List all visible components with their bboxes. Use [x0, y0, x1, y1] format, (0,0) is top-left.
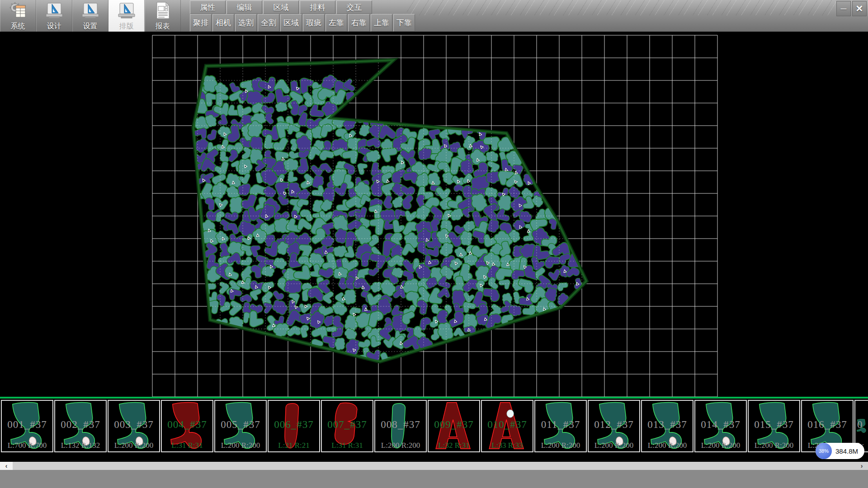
app-button-2[interactable]: 设计 [36, 0, 72, 32]
piece-shape [749, 401, 799, 451]
menu-tab-1[interactable]: 属性 [190, 0, 226, 14]
memory-value: 384.8M [835, 447, 858, 455]
minimize-button[interactable]: ─ [836, 1, 851, 16]
app-button-label: 设置 [83, 22, 98, 31]
tool-button-8[interactable]: 右靠 [348, 14, 370, 32]
piece-thumbnail-8[interactable]: 008_#37 L:200 R:200 [374, 400, 427, 452]
piece-shape [375, 401, 426, 451]
piece-thumbnail-6[interactable]: 006_#37 L:21 R:21 [268, 400, 320, 452]
settings-ruler-icon [81, 0, 99, 21]
design-ruler-icon [45, 0, 63, 21]
app-button-3[interactable]: 设置 [72, 0, 108, 32]
nesting-canvas[interactable] [0, 32, 868, 397]
piece-shape [322, 401, 373, 451]
tool-button-6[interactable]: 瑕疵 [303, 14, 325, 32]
tool-button-2[interactable]: 相机 [212, 14, 234, 32]
horizontal-scrollbar[interactable]: ‹ › [0, 462, 868, 470]
toolbar-texture [407, 0, 836, 15]
piece-thumbnail-5[interactable]: 005_#37 L:200 R:200 [214, 400, 267, 452]
piece-shape [482, 401, 533, 451]
main-toolbar: 系统 设计 设置 排版 [0, 0, 868, 32]
piece-thumbnail-11[interactable]: 011_#37 L:200 R:200 [534, 400, 587, 452]
menu-tab-4[interactable]: 排料 [300, 0, 335, 14]
scroll-left-button[interactable]: ‹ [0, 462, 13, 470]
app-button-5[interactable]: 报表 [145, 0, 181, 32]
menu-tab-3[interactable]: 区域 [263, 0, 299, 14]
menu-tab-5[interactable]: 交互 [336, 0, 372, 14]
piece-thumbnail-3[interactable]: 003_#37 L:200 R:200 [108, 400, 160, 452]
piece-shape [695, 401, 746, 451]
piece-shape [108, 401, 159, 451]
piece-thumbnail-12[interactable]: 012_#37 L:200 R:200 [588, 400, 640, 452]
tool-button-1[interactable]: 聚排 [190, 14, 212, 32]
piece-thumbnail-14[interactable]: 014_#37 L:200 R:200 [694, 400, 747, 452]
tool-button-5[interactable]: 区域 [280, 14, 302, 32]
nesting-drawing [0, 32, 868, 397]
tool-buttons: 聚排相机选割全割区域瑕疵左靠右靠上靠下靠 [190, 14, 415, 31]
tool-button-7[interactable]: 左靠 [326, 14, 347, 32]
tool-button-10[interactable]: 下靠 [393, 14, 415, 32]
close-button[interactable]: ✕ [852, 1, 867, 16]
piece-thumbnail-7[interactable]: 007_#37 L:31 R:31 [321, 400, 373, 452]
system-gear-icon [9, 0, 27, 21]
piece-shape [215, 401, 266, 451]
piece-thumbnail-4[interactable]: 004_#37 L:31 R:31 [161, 400, 213, 452]
app-button-label: 排版 [119, 22, 134, 31]
piece-thumbnail-2[interactable]: 002_#37 L:132 R:132 [54, 400, 107, 452]
status-bar [0, 470, 868, 488]
piece-thumbnail-9[interactable]: 009_#37 L:32 R:31 [428, 400, 480, 452]
piece-shape [162, 401, 212, 451]
app-button-label: 报表 [156, 22, 170, 31]
app-button-label: 设计 [47, 22, 61, 31]
tool-button-9[interactable]: 上靠 [371, 14, 392, 32]
piece-shape [2, 401, 52, 451]
app-button-label: 系统 [11, 22, 25, 31]
piece-thumbnail-15[interactable]: 015_#37 L:200 R:200 [748, 400, 800, 452]
piece-shape [55, 401, 106, 451]
piece-shape [269, 401, 319, 451]
app-button-4[interactable]: 排版 [108, 0, 145, 32]
progress-circle: 38% [816, 443, 832, 459]
tool-button-4[interactable]: 全割 [258, 14, 279, 32]
menu-tabs: 属性编辑区域排料交互 [190, 0, 372, 14]
piece-thumbnail-13[interactable]: 013_#37 L:200 R:200 [641, 400, 693, 452]
piece-shape [535, 401, 586, 451]
piece-shape [642, 401, 693, 451]
piece-shape [589, 401, 639, 451]
piece-shape [429, 401, 479, 451]
nesting-ruler-icon [118, 0, 136, 21]
report-doc-icon [154, 0, 172, 21]
piece-thumbnail-1[interactable]: 001_#37 L:700 R:700 [1, 400, 53, 452]
scroll-right-button[interactable]: › [855, 462, 868, 470]
memory-usage-badge: 38% 384.8M [816, 443, 864, 459]
tool-button-3[interactable]: 选割 [235, 14, 257, 32]
piece-thumbnail-10[interactable]: 010_#37 L:33 R:33 [481, 400, 533, 452]
app-button-1[interactable]: 系统 [0, 0, 36, 32]
menu-tab-2[interactable]: 编辑 [226, 0, 262, 14]
piece-filmstrip: 001_#37 L:700 R:700 002_#37 L:132 R:132 … [0, 399, 868, 462]
